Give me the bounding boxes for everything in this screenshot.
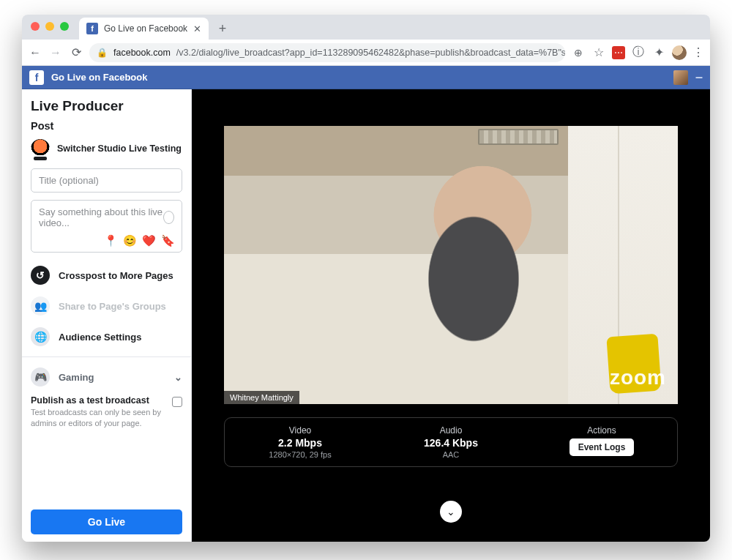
emoji-picker-icon[interactable] xyxy=(163,211,174,224)
url-host: facebook.com xyxy=(113,48,171,58)
zoom-watermark: zoom xyxy=(610,366,666,389)
facebook-header-title: Go Live on Facebook xyxy=(51,72,147,83)
sidebar-divider xyxy=(22,356,191,357)
gaming-icon: 🎮 xyxy=(31,367,50,387)
stats-actions: Actions Event Logs xyxy=(526,425,677,459)
page-name: Switcher Studio Live Testing xyxy=(57,143,182,154)
window-close-button[interactable] xyxy=(31,22,40,31)
tab-close-button[interactable]: ✕ xyxy=(193,23,201,34)
bookmark-star-icon[interactable]: ☆ xyxy=(591,45,606,59)
stats-video-value: 2.2 Mbps xyxy=(225,437,376,449)
nav-back-button[interactable]: ← xyxy=(28,46,42,59)
stats-audio-value: 126.4 Kbps xyxy=(376,437,526,449)
browser-toolbar: ← → ⟳ 🔒 facebook.com/v3.2/dialog/live_br… xyxy=(22,40,710,66)
composer-extras: 📍 😊 ❤️ 🔖 xyxy=(39,234,174,247)
title-placeholder: Title (optional) xyxy=(39,175,99,186)
stats-video-sub: 1280×720, 29 fps xyxy=(225,450,376,459)
scene-vent xyxy=(478,129,559,145)
stream-stats-bar: Video 2.2 Mbps 1280×720, 29 fps Audio 12… xyxy=(224,417,678,467)
share-groups-label: Share to Page's Groups xyxy=(59,301,166,312)
test-broadcast-subtitle: Test broadcasts can only be seen by admi… xyxy=(31,407,166,429)
go-live-label: Go Live xyxy=(88,516,125,528)
groups-icon: 👥 xyxy=(31,296,50,316)
main-content: Live Producer Post Switcher Studio Live … xyxy=(22,89,710,542)
extension-info-icon[interactable]: ⓘ xyxy=(631,45,646,60)
share-groups-option: 👥 Share to Page's Groups xyxy=(31,291,182,321)
tab-title: Go Live on Facebook xyxy=(104,23,187,34)
test-broadcast-title: Publish as a test broadcast xyxy=(31,395,166,406)
location-pin-icon[interactable]: 📍 xyxy=(104,234,117,247)
crosspost-icon: ↺ xyxy=(31,266,50,285)
gaming-label: Gaming xyxy=(59,372,94,383)
crosspost-label: Crosspost to More Pages xyxy=(59,270,173,281)
feeling-icon[interactable]: 😊 xyxy=(123,234,136,247)
window-controls xyxy=(31,22,69,31)
page-icon xyxy=(31,139,50,158)
stats-audio: Audio 126.4 Kbps AAC xyxy=(376,425,526,459)
dialog-minimize-button[interactable]: – xyxy=(695,70,703,85)
new-tab-button[interactable]: + xyxy=(213,19,232,38)
extensions-puzzle-icon[interactable]: ✦ xyxy=(651,45,666,59)
live-producer-sidebar: Live Producer Post Switcher Studio Live … xyxy=(22,89,192,542)
stats-audio-label: Audio xyxy=(376,425,526,436)
search-engine-icon[interactable]: ⊕ xyxy=(571,47,586,59)
window-minimize-button[interactable] xyxy=(45,22,54,31)
browser-menu-button[interactable]: ⋮ xyxy=(692,45,704,59)
test-broadcast-checkbox[interactable] xyxy=(172,397,182,407)
globe-icon: 🌐 xyxy=(31,327,50,346)
description-input[interactable]: Say something about this live video... 📍… xyxy=(31,200,182,253)
title-input[interactable]: Title (optional) xyxy=(31,168,182,193)
audience-label: Audience Settings xyxy=(59,332,141,343)
browser-window: f Go Live on Facebook ✕ + ← → ⟳ 🔒 facebo… xyxy=(22,15,710,542)
stats-actions-label: Actions xyxy=(526,425,677,436)
participant-name-tag: Whitney Mattingly xyxy=(224,391,299,404)
sidebar-heading: Live Producer xyxy=(31,98,182,114)
description-placeholder: Say something about this live video... xyxy=(39,206,163,228)
url-path: /v3.2/dialog/live_broadcast?app_id=11328… xyxy=(176,48,565,58)
tag-people-icon[interactable]: 🔖 xyxy=(161,234,174,247)
posting-target-row[interactable]: Switcher Studio Live Testing xyxy=(31,139,182,158)
stats-video-label: Video xyxy=(225,425,376,436)
support-icon[interactable]: ❤️ xyxy=(142,234,155,247)
gaming-category-row[interactable]: 🎮 Gaming ⌄ xyxy=(31,362,182,392)
test-broadcast-row[interactable]: Publish as a test broadcast Test broadca… xyxy=(31,395,182,429)
extension-icon[interactable]: ⋯ xyxy=(612,46,625,59)
nav-forward-button[interactable]: → xyxy=(48,46,63,59)
nav-reload-button[interactable]: ⟳ xyxy=(69,45,83,59)
chevron-down-icon: ⌄ xyxy=(174,372,182,383)
video-preview: zoom Whitney Mattingly xyxy=(224,126,678,404)
stats-audio-sub: AAC xyxy=(376,450,526,459)
video-stage: zoom Whitney Mattingly Video 2.2 Mbps 12… xyxy=(192,89,710,542)
facebook-header: f Go Live on Facebook – xyxy=(22,66,710,89)
post-section-title: Post xyxy=(31,120,182,132)
browser-titlebar: f Go Live on Facebook ✕ + xyxy=(22,15,710,40)
browser-tab[interactable]: f Go Live on Facebook ✕ xyxy=(79,18,209,40)
window-maximize-button[interactable] xyxy=(60,22,69,31)
stats-video: Video 2.2 Mbps 1280×720, 29 fps xyxy=(225,425,376,459)
audience-settings-option[interactable]: 🌐 Audience Settings xyxy=(31,321,182,352)
event-logs-button[interactable]: Event Logs xyxy=(569,438,635,456)
collapse-stats-button[interactable]: ⌄ xyxy=(440,501,462,523)
crosspost-option[interactable]: ↺ Crosspost to More Pages xyxy=(31,260,182,291)
go-live-button[interactable]: Go Live xyxy=(31,509,182,534)
facebook-favicon: f xyxy=(86,23,98,34)
lock-icon: 🔒 xyxy=(97,48,108,58)
address-bar[interactable]: 🔒 facebook.com/v3.2/dialog/live_broadcas… xyxy=(89,43,565,62)
user-avatar-thumbnail[interactable] xyxy=(673,70,688,85)
profile-avatar-button[interactable] xyxy=(672,45,687,60)
facebook-logo-icon[interactable]: f xyxy=(29,70,44,85)
event-logs-label: Event Logs xyxy=(578,442,626,452)
